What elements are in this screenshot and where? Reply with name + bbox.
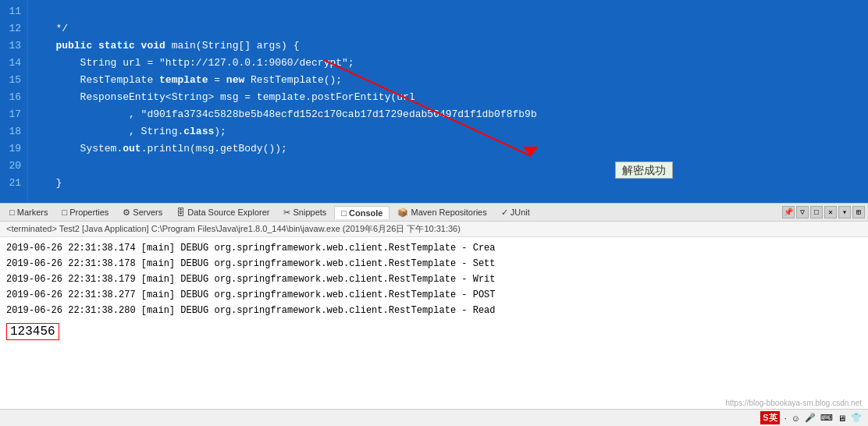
bottom-section: □ Markers □ Properties ⚙ Servers 🗄 Data … bbox=[0, 203, 868, 426]
log-line-5: 2019-06-26 22:31:38.280 [main] DEBUG org… bbox=[6, 303, 862, 318]
mic-icon: 🎤 bbox=[805, 413, 816, 423]
code-area: 11 12 13 14 15 16 17 18 19 20 21 */ publ… bbox=[0, 0, 868, 203]
tab-properties[interactable]: □ Properties bbox=[55, 206, 115, 218]
annotation-text: 解密成功 bbox=[615, 164, 673, 178]
menu-button[interactable]: ▾ bbox=[838, 206, 851, 218]
shirt-icon: 👕 bbox=[851, 413, 862, 423]
tab-maven[interactable]: 📦 Maven Repositories bbox=[391, 206, 493, 219]
log-line-4: 2019-06-26 22:31:38.277 [main] DEBUG org… bbox=[6, 287, 862, 303]
maximize-button[interactable]: □ bbox=[810, 206, 823, 218]
terminated-line: <terminated> Test2 [Java Application] C:… bbox=[0, 222, 868, 237]
close-view-button[interactable]: ✕ bbox=[824, 206, 837, 218]
line-numbers: 11 12 13 14 15 16 17 18 19 20 21 bbox=[0, 0, 28, 203]
log-line-3: 2019-06-26 22:31:38.179 [main] DEBUG org… bbox=[6, 272, 862, 287]
log-line-2: 2019-06-26 22:31:38.178 [main] DEBUG org… bbox=[6, 256, 862, 272]
minimize-button[interactable]: ▽ bbox=[796, 206, 809, 218]
layout-button[interactable]: ⊞ bbox=[852, 206, 865, 218]
pin-button[interactable]: 📌 bbox=[782, 206, 795, 218]
keyboard-icon: ⌨ bbox=[820, 413, 833, 423]
tab-servers[interactable]: ⚙ Servers bbox=[116, 206, 169, 219]
log-line-1: 2019-06-26 22:31:38.174 [main] DEBUG org… bbox=[6, 240, 862, 256]
emoji-icon: ☺ bbox=[792, 414, 800, 423]
status-right: S英 · ☺ 🎤 ⌨ 🖥 👕 bbox=[760, 411, 862, 424]
tab-console[interactable]: □ Console bbox=[334, 206, 390, 219]
tab-bar-right: 📌 ▽ □ ✕ ▾ ⊞ bbox=[782, 206, 865, 218]
code-section: 11 12 13 14 15 16 17 18 19 20 21 */ publ… bbox=[0, 0, 868, 203]
tab-snippets[interactable]: ✂ Snippets bbox=[277, 206, 333, 219]
sohu-icon: S英 bbox=[760, 411, 779, 424]
result-container: 123456 bbox=[6, 321, 862, 340]
code-editor: 11 12 13 14 15 16 17 18 19 20 21 */ publ… bbox=[0, 0, 868, 203]
tab-junit[interactable]: ✓ JUnit bbox=[495, 206, 536, 219]
console-body: <terminated> Test2 [Java Application] C:… bbox=[0, 222, 868, 409]
monitor-icon: 🖥 bbox=[838, 414, 846, 423]
main-container: 11 12 13 14 15 16 17 18 19 20 21 */ publ… bbox=[0, 0, 868, 426]
watermark: https://blog-bbookaya-sm.blog.csdn.net bbox=[725, 399, 862, 407]
tab-datasource[interactable]: 🗄 Data Source Explorer bbox=[170, 206, 276, 218]
tab-bar: □ Markers □ Properties ⚙ Servers 🗄 Data … bbox=[0, 203, 868, 222]
status-dot: · bbox=[784, 414, 787, 423]
result-value: 123456 bbox=[6, 323, 59, 340]
markers-icon: □ bbox=[9, 208, 15, 217]
tab-markers[interactable]: □ Markers bbox=[3, 206, 54, 218]
status-bar: S英 · ☺ 🎤 ⌨ 🖥 👕 bbox=[0, 409, 868, 426]
console-log: 2019-06-26 22:31:38.174 [main] DEBUG org… bbox=[0, 237, 868, 343]
code-content: */ public static void main(String[] args… bbox=[28, 0, 868, 203]
